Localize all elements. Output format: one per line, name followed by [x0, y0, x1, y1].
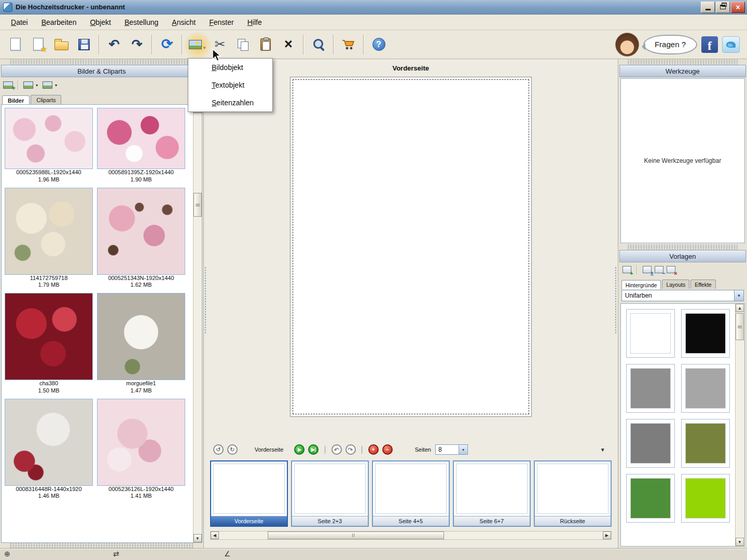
rotate-right-button[interactable]: ↻	[227, 444, 238, 455]
play-button[interactable]: ▶	[294, 444, 305, 455]
restore-button[interactable]	[716, 2, 730, 13]
new-project-button[interactable]: ★	[27, 33, 50, 57]
menu-item-seitenzahlen[interactable]: Seitenzahlen	[188, 94, 272, 111]
delete-button[interactable]: ×	[277, 33, 300, 57]
pages-scrollbar[interactable]: ◀ ▶	[210, 531, 612, 540]
remove-page-button[interactable]: −	[382, 444, 393, 455]
undo-button[interactable]: ↶	[103, 33, 126, 57]
scroll-right-icon[interactable]: ▶	[603, 531, 611, 539]
image-thumbnail[interactable]: 0005236126L-1920x1440 1.41 MB	[97, 399, 185, 500]
help-button[interactable]: ?	[367, 33, 390, 57]
close-button[interactable]: ×	[731, 2, 745, 13]
menu-datei[interactable]: Datei	[4, 16, 35, 29]
menu-bearbeiten[interactable]: Bearbeiten	[35, 16, 84, 29]
play-to-end-button[interactable]: ▶|	[308, 444, 319, 455]
image-thumbnail[interactable]: 0005251343N-1920x1440 1.62 MB	[97, 188, 185, 289]
pages-count-value[interactable]: 8	[435, 444, 459, 455]
menu-hilfe[interactable]: Hilfe	[241, 16, 269, 29]
copy-button[interactable]	[231, 33, 254, 57]
transform-tool-icon[interactable]: ⇄	[113, 550, 119, 558]
image-thumbnail[interactable]: 0005235988L-1920x1440 1.96 MB	[5, 108, 93, 184]
add-page-button[interactable]: ●	[368, 444, 379, 455]
page-thumb-seite-2-3[interactable]: Seite 2+3	[291, 460, 369, 527]
previous-page-button[interactable]: ↶	[331, 444, 342, 455]
page-thumb-rueckseite[interactable]: Rückseite	[534, 460, 612, 527]
thumbnail-photo[interactable]	[5, 188, 93, 275]
thumbnail-photo[interactable]	[5, 108, 93, 169]
next-page-button[interactable]: ↷	[345, 444, 356, 455]
color-swatch[interactable]	[626, 309, 675, 358]
thumbnail-photo[interactable]	[97, 399, 185, 486]
thumbnail-photo[interactable]	[97, 108, 185, 169]
scrollbar-thumb[interactable]	[268, 531, 444, 539]
menu-item-bildobjekt[interactable]: Bildobjekt	[188, 59, 272, 76]
scroll-up-icon[interactable]: ▲	[736, 304, 744, 312]
image-thumbnail[interactable]: cha380 1.50 MB	[5, 293, 93, 395]
facebook-icon[interactable]: f	[701, 36, 718, 53]
menu-ansicht[interactable]: Ansicht	[165, 16, 202, 29]
position-tool-icon[interactable]: ⊕	[4, 550, 10, 558]
thumbnail-photo[interactable]	[5, 293, 93, 380]
order-cart-button[interactable]	[337, 33, 360, 57]
panel-drag-handle[interactable]	[628, 245, 738, 249]
insert-object-button[interactable]: ▾	[186, 33, 209, 57]
export-image-icon[interactable]	[43, 81, 52, 89]
menu-objekt[interactable]: Objekt	[83, 16, 117, 29]
template-delete-icon[interactable]	[667, 266, 675, 273]
rotate-tool-icon[interactable]: ∠	[224, 550, 231, 558]
zoom-button[interactable]	[307, 33, 330, 57]
open-button[interactable]	[50, 33, 73, 57]
tab-hintergruende[interactable]: Hintergründe	[621, 280, 661, 289]
page-thumb-vorderseite[interactable]: Vorderseite	[210, 460, 288, 527]
twitter-icon[interactable]	[722, 36, 740, 53]
splitter-grip[interactable]	[615, 267, 617, 334]
add-image-icon[interactable]	[3, 81, 13, 89]
thumbnail-photo[interactable]	[97, 188, 185, 275]
chevron-down-icon[interactable]: ▾	[36, 83, 38, 88]
images-scrollbar[interactable]: ▲ ▼	[193, 105, 202, 542]
save-button[interactable]	[73, 33, 95, 57]
color-swatch[interactable]	[626, 419, 675, 468]
splitter-grip[interactable]	[204, 267, 207, 334]
color-swatch[interactable]	[681, 364, 730, 413]
menu-fenster[interactable]: Fenster	[202, 16, 240, 29]
tab-bilder[interactable]: Bilder	[2, 95, 30, 105]
panel-drag-handle[interactable]	[9, 543, 194, 548]
color-swatch[interactable]	[681, 419, 730, 468]
panel-drag-handle[interactable]	[628, 60, 738, 64]
page-options-dropdown[interactable]: ▼	[597, 446, 608, 454]
import-image-icon[interactable]	[23, 81, 33, 89]
tab-layouts[interactable]: Layouts	[662, 279, 689, 289]
title-bar[interactable]: Die Hochzeitsdrucker - unbenannt ×	[0, 0, 747, 15]
paste-button[interactable]	[254, 33, 277, 57]
refresh-button[interactable]: ⟳	[156, 33, 178, 57]
chevron-down-icon[interactable]: ▾	[55, 83, 57, 88]
template-add-icon[interactable]	[622, 266, 631, 273]
rotate-left-button[interactable]: ↺	[213, 444, 224, 455]
image-thumbnail[interactable]: morguefile1 1.47 MB	[97, 293, 185, 395]
color-swatch[interactable]	[681, 309, 730, 358]
swatches-scrollbar[interactable]: ▲ ▼	[735, 304, 744, 546]
scroll-down-icon[interactable]: ▼	[193, 534, 202, 542]
scrollbar-thumb[interactable]	[193, 193, 202, 217]
menu-item-textobjekt[interactable]: Textobjekt	[188, 76, 272, 94]
thumbnail-photo[interactable]	[97, 293, 185, 380]
pages-count-dropdown-icon[interactable]: ▾	[459, 444, 468, 455]
page-thumb-seite-4-5[interactable]: Seite 4+5	[372, 460, 450, 527]
menu-bestellung[interactable]: Bestellung	[118, 16, 165, 29]
redo-button[interactable]: ↷	[126, 33, 148, 57]
color-swatch[interactable]	[626, 364, 675, 413]
image-thumbnail[interactable]: 0005891395Z-1920x1440 1.90 MB	[97, 108, 185, 184]
template-remove-icon[interactable]	[655, 266, 663, 273]
new-document-button[interactable]	[4, 33, 27, 57]
color-swatch[interactable]	[626, 474, 675, 523]
questions-bubble[interactable]: Fragen ?	[643, 35, 697, 54]
panel-drag-handle[interactable]	[9, 60, 194, 64]
cut-button[interactable]: ✂	[209, 33, 231, 57]
scroll-down-icon[interactable]: ▼	[736, 538, 744, 546]
minimize-button[interactable]	[701, 2, 715, 13]
page-thumb-seite-6-7[interactable]: Seite 6+7	[453, 460, 531, 527]
scrollbar-thumb[interactable]	[736, 313, 744, 340]
image-thumbnail[interactable]: 114172759718 1.79 MB	[5, 188, 93, 289]
tab-cliparts[interactable]: Cliparts	[31, 95, 61, 104]
